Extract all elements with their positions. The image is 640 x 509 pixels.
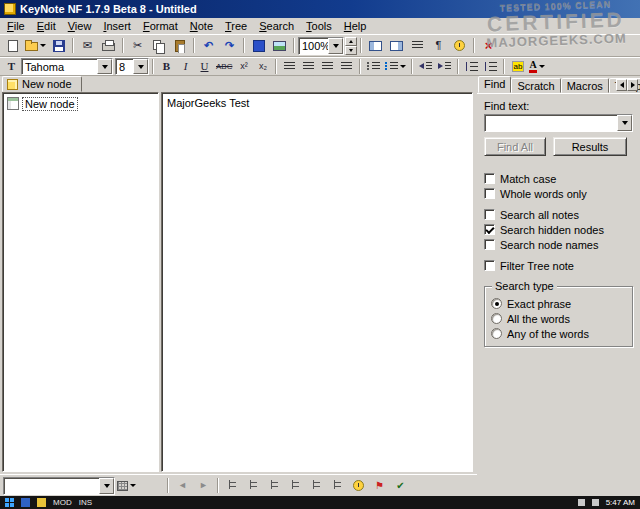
apply-style-button[interactable] — [115, 477, 138, 495]
tree-panel[interactable]: New node — [2, 92, 159, 472]
font-name-combobox[interactable]: Tahoma — [21, 58, 113, 75]
menu-edit[interactable]: Edit — [31, 19, 62, 33]
open-file-button[interactable] — [23, 36, 48, 55]
subscript-button[interactable]: x₂ — [253, 59, 272, 75]
align-left-button[interactable] — [280, 59, 299, 75]
expand-tree-button[interactable] — [222, 477, 243, 495]
move-node-up-button[interactable] — [306, 477, 327, 495]
font-dialog-button[interactable]: T — [2, 59, 21, 75]
highlight-button[interactable]: ab — [508, 59, 527, 75]
toggle-resource-panel-button[interactable] — [386, 36, 407, 55]
print-button[interactable] — [98, 36, 119, 55]
italic-button[interactable]: I — [176, 59, 195, 75]
font-size-combobox[interactable]: 8 — [115, 58, 149, 75]
fullscreen-button[interactable] — [248, 36, 269, 55]
save-button[interactable] — [48, 36, 69, 55]
menu-help[interactable]: Help — [338, 19, 373, 33]
zoom-down-button[interactable] — [345, 46, 357, 55]
tray-icon-2[interactable] — [592, 499, 599, 506]
strikethrough-button[interactable]: ABC — [214, 59, 234, 75]
exit-button[interactable]: × — [478, 36, 499, 55]
undo-button[interactable]: ↶ — [198, 36, 219, 55]
format-marks-button[interactable]: ¶ — [428, 36, 449, 55]
new-note-button[interactable] — [2, 36, 23, 55]
tab-scratch[interactable]: Scratch — [511, 78, 560, 93]
navigate-back-button[interactable]: ◄ — [172, 477, 193, 495]
align-center-button[interactable] — [299, 59, 318, 75]
tray-icon-1[interactable] — [578, 499, 585, 506]
note-editor[interactable]: MajorGeeks Test — [161, 92, 473, 472]
tab-find[interactable]: Find — [478, 76, 511, 93]
zoom-combobox[interactable]: 100% — [298, 37, 344, 55]
tree-item-new-node[interactable]: New node — [5, 96, 79, 111]
tab-scroll-right-button[interactable] — [627, 79, 638, 91]
node-alarm-button[interactable] — [348, 477, 369, 495]
node-style-combobox[interactable] — [3, 477, 115, 495]
align-justify-button[interactable] — [337, 59, 356, 75]
menu-insert[interactable]: Insert — [97, 19, 137, 33]
add-node-button[interactable] — [264, 477, 285, 495]
copy-button[interactable] — [148, 36, 169, 55]
menu-tools[interactable]: Tools — [300, 19, 338, 33]
font-size-dropdown-button[interactable] — [133, 59, 148, 74]
move-node-up-icon — [311, 480, 323, 491]
word-wrap-button[interactable] — [407, 36, 428, 55]
font-color-button[interactable]: A — [527, 59, 546, 75]
redo-button[interactable]: ↷ — [219, 36, 240, 55]
search-all-notes-checkbox[interactable]: Search all notes — [484, 208, 633, 221]
toggle-tree-panel-button[interactable] — [365, 36, 386, 55]
tab-new-node[interactable]: New node — [2, 76, 82, 92]
taskbar-app-keynote[interactable] — [21, 498, 30, 507]
any-of-the-words-radio[interactable]: Any of the words — [491, 327, 626, 340]
flag-node-button[interactable]: ⚑ — [369, 477, 390, 495]
menu-format[interactable]: Format — [137, 19, 184, 33]
titlebar[interactable]: KeyNote NF 1.7.9 Beta 8 - Untitled — [0, 0, 640, 18]
move-node-down-button[interactable] — [327, 477, 348, 495]
email-note-button[interactable]: ✉ — [77, 36, 98, 55]
check-node-button[interactable]: ✔ — [390, 477, 411, 495]
search-hidden-nodes-checkbox[interactable]: Search hidden nodes — [484, 223, 633, 236]
align-right-button[interactable] — [318, 59, 337, 75]
note-tab-label: New node — [22, 78, 72, 90]
taskbar-app-explorer[interactable] — [37, 498, 46, 507]
navigate-forward-button[interactable]: ► — [193, 477, 214, 495]
collapse-tree-button[interactable] — [243, 477, 264, 495]
paste-button[interactable] — [169, 36, 190, 55]
cut-button[interactable]: ✂ — [127, 36, 148, 55]
tab-macros[interactable]: Macros — [561, 78, 609, 93]
underline-button[interactable]: U — [195, 59, 214, 75]
node-style-dropdown-button[interactable] — [99, 478, 114, 494]
menu-note[interactable]: Note — [184, 19, 219, 33]
alarm-button[interactable] — [449, 36, 470, 55]
bullet-list-button[interactable] — [383, 59, 408, 75]
find-all-button[interactable]: Find All — [484, 137, 546, 156]
tab-scroll-left-button[interactable] — [616, 79, 627, 91]
numbered-list-button[interactable] — [364, 59, 383, 75]
zoom-up-button[interactable] — [345, 37, 357, 46]
superscript-button[interactable]: x² — [234, 59, 253, 75]
menu-search[interactable]: Search — [253, 19, 300, 33]
menu-file[interactable]: File — [1, 19, 31, 33]
results-button[interactable]: Results — [553, 137, 627, 156]
start-button[interactable] — [5, 498, 14, 507]
match-case-checkbox[interactable]: Match case — [484, 172, 633, 185]
add-child-node-button[interactable] — [285, 477, 306, 495]
whole-words-checkbox[interactable]: Whole words only — [484, 187, 633, 200]
search-node-names-checkbox[interactable]: Search node names — [484, 238, 633, 251]
outdent-button[interactable] — [416, 59, 435, 75]
find-text-combobox[interactable] — [484, 114, 633, 132]
all-the-words-radio[interactable]: All the words — [491, 312, 626, 325]
find-text-dropdown-button[interactable] — [617, 115, 632, 131]
filter-tree-note-checkbox[interactable]: Filter Tree note — [484, 259, 633, 272]
menu-tree[interactable]: Tree — [219, 19, 253, 33]
line-spacing-2-button[interactable] — [481, 59, 500, 75]
zoom-dropdown-button[interactable] — [328, 38, 343, 54]
menu-view[interactable]: View — [62, 19, 98, 33]
indent-button[interactable] — [435, 59, 454, 75]
insert-picture-button[interactable] — [269, 36, 290, 55]
save-icon — [53, 40, 65, 52]
exact-phrase-radio[interactable]: Exact phrase — [491, 297, 626, 310]
bold-button[interactable]: B — [157, 59, 176, 75]
font-name-dropdown-button[interactable] — [97, 59, 112, 74]
line-spacing-1-button[interactable] — [462, 59, 481, 75]
